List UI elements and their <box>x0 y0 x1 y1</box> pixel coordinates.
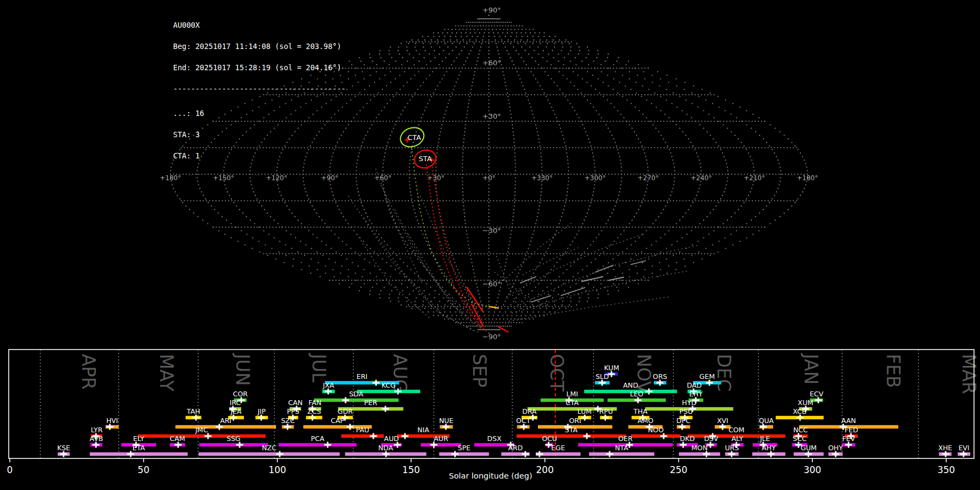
peak-marker-kum <box>608 371 615 377</box>
peak-marker-xvi <box>719 424 726 430</box>
activity-timeline: APRMAYJUNJULAUGSEPOCTNOVDECJANFEBMARKUME… <box>0 0 980 490</box>
shower-label-zcs: ZCS <box>307 407 321 415</box>
shower-label-evi: EVI <box>958 444 969 452</box>
shower-label-jxa: JXA <box>322 381 334 389</box>
shower-label-ely: ELY <box>133 434 144 443</box>
peak-marker-dsv <box>707 442 714 448</box>
peak-marker-xhe <box>942 451 949 457</box>
x-tick-label: 50 <box>138 464 150 475</box>
shower-label-oct: OCT <box>516 416 531 425</box>
shower-label-cor: COR <box>233 390 248 398</box>
month-label-sep: SEP <box>469 354 490 388</box>
shower-label-pca: PCA <box>311 434 324 443</box>
shower-label-lyr: LYR <box>91 426 103 434</box>
peak-marker-rpu <box>602 415 609 421</box>
peak-marker-nzc <box>276 451 283 457</box>
month-label-may: MAY <box>156 354 177 391</box>
plot-header: AU000X Beg: 20251017 11:14:08 (sol = 203… <box>173 8 346 174</box>
month-label-feb: FEB <box>883 354 904 388</box>
peak-marker-jxa <box>324 389 332 395</box>
shower-bar-sda <box>314 399 399 402</box>
separator-line: --------------------------------------- <box>173 85 346 93</box>
shower-label-fed: FED <box>844 426 858 434</box>
shower-label-ard: ARD <box>508 444 523 452</box>
shower-bar-sta <box>517 434 626 438</box>
shower-label-cta: CTA <box>566 399 579 407</box>
shower-label-xcb: XCB <box>793 407 806 415</box>
shower-label-ohy: OHY <box>828 444 843 452</box>
peak-marker-ecv <box>815 397 822 403</box>
shower-label-cam: CAM <box>170 434 185 443</box>
month-label-oct: OCT <box>546 354 567 392</box>
shower-label-ori: ORI <box>569 416 581 425</box>
x-tick-label: 0 <box>7 464 13 475</box>
shower-label-dsv: DSV <box>704 434 719 443</box>
station-code: AU000X <box>173 22 346 29</box>
shower-label-kcg: KCG <box>382 381 396 389</box>
shower-label-xum: XUM <box>798 399 813 407</box>
shower-label-dad: DAD <box>687 381 702 389</box>
shower-label-mon: MON <box>691 444 708 452</box>
peak-marker-urs <box>728 451 735 457</box>
month-label-mar: MAR <box>958 354 979 394</box>
shower-label-aud: AUD <box>384 434 399 443</box>
peak-marker-jmc <box>205 433 212 439</box>
shower-label-lum: LUM <box>578 407 592 415</box>
shower-label-ecv: ECV <box>810 390 824 398</box>
shower-label-com: COM <box>728 426 744 434</box>
shower-bar-nzc <box>199 452 340 456</box>
shower-bar-pca <box>279 443 357 446</box>
radiant-plot-page: +90°+60°+30°−30°−60°−90°+180°+150°+120°+… <box>0 0 980 490</box>
peak-marker-cam <box>175 442 182 448</box>
month-label-jun: JUN <box>232 353 253 386</box>
shower-label-sld: SLD <box>596 372 609 381</box>
peak-marker-noo <box>660 433 667 439</box>
shower-bar-jmc <box>138 434 266 438</box>
shower-label-ssg: SSG <box>226 434 241 443</box>
month-label-jul: JUL <box>308 353 329 383</box>
shower-label-ncc: NCC <box>793 426 808 434</box>
month-label-jan: JAN <box>800 353 822 384</box>
shower-bar-eta <box>90 452 188 456</box>
shower-label-gum: GUM <box>800 444 817 452</box>
peak-marker-gem <box>706 380 713 386</box>
shower-label-nue: NUE <box>439 416 453 425</box>
shower-label-dpc: DPC <box>676 416 690 425</box>
shower-label-urs: URS <box>725 444 739 452</box>
shower-label-szc: SZC <box>281 416 295 425</box>
peak-marker-sta <box>583 433 590 439</box>
shower-label-avb: AVB <box>90 434 103 443</box>
shower-label-jip: JIP <box>257 407 266 415</box>
peak-marker-hvi <box>106 424 113 430</box>
peak-marker-dpc <box>678 424 685 430</box>
shower-bar-mon <box>679 452 720 456</box>
shower-label-dsx: DSX <box>487 434 502 443</box>
peak-marker-ahy <box>768 451 775 457</box>
peak-marker-ohy <box>832 451 839 457</box>
shower-label-nzc: NZC <box>262 444 277 452</box>
shower-label-ocu: OCU <box>542 434 558 443</box>
peak-marker-sld <box>598 380 605 386</box>
shower-label-hyd: HYD <box>682 399 697 407</box>
shower-label-ahy: AHY <box>762 444 776 452</box>
peak-marker-ari <box>216 424 223 430</box>
shower-label-jea: JEA <box>230 407 242 415</box>
shower-label-hvi: HVI <box>106 416 118 425</box>
shower-label-lmi: LMI <box>566 390 578 398</box>
month-label-apr: APR <box>78 354 99 389</box>
shower-label-nta: NTA <box>615 444 629 452</box>
end-time: End: 20251017 15:28:19 (sol = 204.16°) <box>173 64 346 71</box>
peak-marker-ors <box>657 380 664 386</box>
peak-marker-aur <box>430 442 437 448</box>
shower-label-nda: NDA <box>378 444 394 452</box>
shower-label-psu: PSU <box>679 407 693 415</box>
shower-label-ehy: EHY <box>689 390 703 398</box>
shower-label-kum: KUM <box>604 364 620 372</box>
shower-bar-ari <box>175 425 276 428</box>
peak-marker-fev <box>845 442 852 448</box>
shower-label-dkd: DKD <box>680 434 695 443</box>
shower-label-rpu: RPU <box>599 407 613 415</box>
peak-marker-jip <box>258 415 265 421</box>
shower-label-pau: PAU <box>356 426 369 434</box>
shower-label-oer: OER <box>618 434 633 443</box>
